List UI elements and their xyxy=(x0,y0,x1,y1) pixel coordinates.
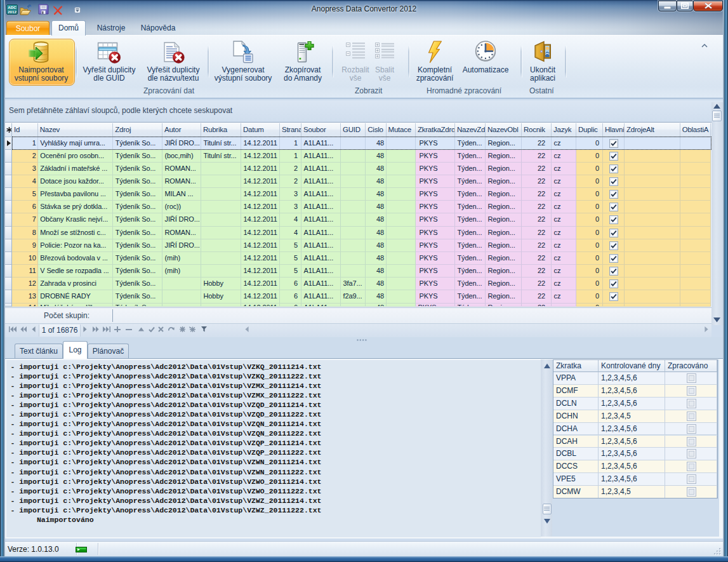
svg-text:2012: 2012 xyxy=(8,10,17,14)
